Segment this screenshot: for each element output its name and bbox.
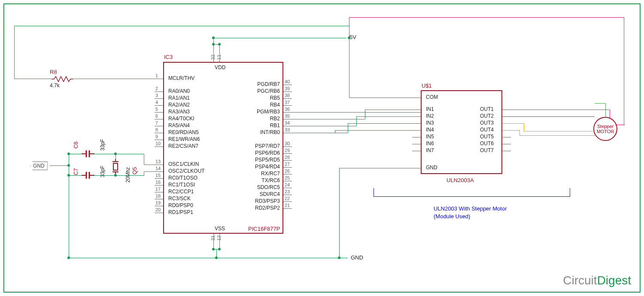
pin-num: 27 xyxy=(285,162,290,167)
pin-label: COM xyxy=(426,94,438,100)
pin-label: RD0/PSP0 xyxy=(168,202,193,208)
pin-label: RA2/AN2 xyxy=(168,102,190,108)
pin-num: 15 xyxy=(155,173,161,178)
pin-num: 20 xyxy=(155,207,161,212)
wire xyxy=(335,130,421,131)
module-text-1: ULN2003 With Stepper Motor xyxy=(434,205,507,212)
pin-label: IN4 xyxy=(426,127,434,133)
pin-label: RX/RC7 xyxy=(261,171,280,177)
pin-num: 13 xyxy=(155,159,161,164)
c6-ref: C6 xyxy=(73,141,79,149)
pin-label: RA1/AN1 xyxy=(168,95,190,101)
pin-stub xyxy=(283,174,292,174)
pin-num: 35 xyxy=(285,113,290,119)
motor-l1: Stepper xyxy=(597,124,614,129)
wire xyxy=(213,44,214,62)
u1-ref: U$1 xyxy=(422,82,432,89)
wire xyxy=(348,123,421,124)
svg-rect-10 xyxy=(113,163,118,170)
wire-out3 xyxy=(502,123,524,124)
wire xyxy=(283,126,356,126)
pin-label: PSP6/RD6 xyxy=(255,150,280,156)
r8-val: 4.7k xyxy=(50,82,60,88)
pin-stub xyxy=(283,85,292,85)
pin-num: 5 xyxy=(155,107,158,112)
net-5v: 5V xyxy=(349,34,356,40)
pin-stub xyxy=(283,181,292,181)
pin-num: 21 xyxy=(285,203,290,208)
pin-label: PSP5/RD5 xyxy=(255,157,280,163)
pin-label: OSC1/CLKIN xyxy=(168,161,199,167)
pin-label: IN6 xyxy=(426,140,434,146)
pin-label: INT/RB0 xyxy=(260,129,280,135)
pin-label: PSP4/RD4 xyxy=(255,164,280,170)
pin-label: OUT1 xyxy=(480,106,494,112)
pin-num: 8 xyxy=(155,127,158,132)
pin-label: IN7 xyxy=(426,147,434,153)
wire-out4 xyxy=(519,130,520,135)
wire xyxy=(94,175,144,176)
junction xyxy=(218,43,221,46)
pin-label: RA3/AN3 xyxy=(168,109,190,115)
pin-label: PSP7/RD7 xyxy=(255,143,280,149)
pin-stub xyxy=(155,140,163,140)
wire xyxy=(73,79,163,79)
pin-stub xyxy=(155,192,163,192)
r8-ref: R8 xyxy=(50,69,57,75)
pin-label: RB2 xyxy=(270,116,280,122)
pin-stub xyxy=(283,153,292,154)
pin-stub xyxy=(155,105,163,106)
junction xyxy=(67,164,70,167)
module-bracket xyxy=(374,188,570,197)
wire xyxy=(219,44,220,62)
pin-label: PGD/RB7 xyxy=(257,81,280,87)
pin-num: 18 xyxy=(155,193,161,198)
pin-stub xyxy=(412,144,421,144)
junction xyxy=(212,37,215,39)
pin-label: RC2/CCP1 xyxy=(168,189,194,195)
junction xyxy=(212,43,215,46)
wire-out3 xyxy=(524,131,595,131)
pin-num: 9 xyxy=(155,134,158,139)
logo-circuitdigest: CircuitDigest xyxy=(563,274,631,287)
ic3-vdd-label: VDD xyxy=(215,64,225,70)
pin-num: 10 xyxy=(155,141,161,146)
wire-5v-motor xyxy=(595,103,605,104)
wire xyxy=(69,175,82,176)
pin-stub xyxy=(502,144,511,144)
pin-label: RB1 xyxy=(270,122,280,128)
pin-stub xyxy=(502,137,511,137)
c6-val: 33pF xyxy=(100,139,106,150)
wire xyxy=(69,258,348,258)
pin-num: 37 xyxy=(285,100,290,105)
wire xyxy=(14,26,15,79)
pin-num: 33 xyxy=(285,127,290,132)
pin-stub xyxy=(155,213,163,213)
pin-stub xyxy=(155,126,163,126)
pin-label: RC3/SCK xyxy=(168,195,191,201)
pin-num: 39 xyxy=(285,86,290,91)
pin-label: RD1/PSP1 xyxy=(168,209,193,215)
pin-stub xyxy=(412,137,421,137)
wire xyxy=(348,123,348,133)
ic3-part: PIC16F877P xyxy=(248,226,280,232)
pin-label: OUT4 xyxy=(480,127,494,133)
pin-num: 14 xyxy=(155,166,161,171)
wire xyxy=(283,119,365,119)
pin-stub xyxy=(155,206,163,206)
wire xyxy=(356,116,357,126)
pin-num: 6 xyxy=(155,113,158,119)
pin-stub xyxy=(155,98,163,99)
wire xyxy=(213,38,346,38)
pin-stub xyxy=(155,119,163,119)
pin-stub xyxy=(283,146,292,147)
wire xyxy=(283,112,421,113)
pin-label: OUT5 xyxy=(480,134,494,140)
pin-label: RA0/AN0 xyxy=(168,88,190,94)
net-gnd-bottom: GND xyxy=(351,254,363,261)
pin-num: 30 xyxy=(285,141,290,146)
wire-out1 xyxy=(610,110,610,118)
pin-num: 24 xyxy=(285,182,290,187)
wire xyxy=(50,165,69,166)
pin-num: 29 xyxy=(285,148,290,153)
